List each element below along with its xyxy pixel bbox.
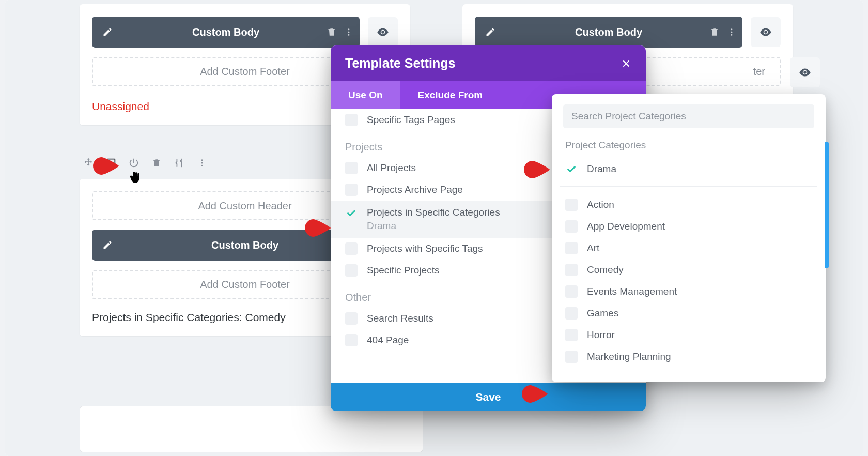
- more-icon[interactable]: [196, 157, 208, 169]
- checkbox-checked[interactable]: [345, 207, 358, 219]
- category-item[interactable]: Events Management: [563, 281, 814, 302]
- checkbox[interactable]: [345, 184, 358, 196]
- pencil-icon: [102, 240, 113, 250]
- flyout-heading: Project Categories: [565, 140, 812, 151]
- eye-icon: [376, 25, 390, 39]
- checkbox[interactable]: [345, 242, 358, 255]
- checkbox[interactable]: [565, 242, 578, 254]
- category-label: Comedy: [587, 264, 624, 276]
- add-footer-label-partial: ter: [753, 66, 765, 78]
- eye-icon: [759, 25, 772, 39]
- add-header-label: Add Custom Header: [198, 200, 291, 212]
- template-settings-icon[interactable]: [105, 157, 117, 169]
- tab-exclude-from[interactable]: Exclude From: [400, 81, 501, 109]
- category-label: Marketing Planning: [587, 351, 671, 362]
- category-label: Games: [587, 308, 618, 319]
- add-footer-label: Add Custom Footer: [200, 279, 289, 291]
- more-icon[interactable]: [344, 27, 353, 37]
- checkbox[interactable]: [565, 329, 578, 341]
- preview-button[interactable]: [368, 17, 398, 47]
- checkbox[interactable]: [565, 199, 578, 211]
- custom-body-bar[interactable]: Custom Body: [475, 17, 742, 48]
- checkbox[interactable]: [345, 162, 358, 174]
- option-label: Search Results: [367, 313, 433, 324]
- category-label: Events Management: [587, 286, 677, 297]
- pencil-icon: [485, 27, 495, 37]
- option-label: Specific Projects: [367, 265, 439, 276]
- category-item[interactable]: Action: [563, 194, 814, 216]
- category-label: Horror: [587, 329, 615, 341]
- checkbox[interactable]: [345, 334, 358, 346]
- option-label: Projects Archive Page: [367, 184, 463, 195]
- trash-icon[interactable]: [327, 27, 337, 37]
- sliders-icon[interactable]: [174, 157, 185, 169]
- checkbox[interactable]: [565, 307, 578, 320]
- option-label: All Projects: [367, 162, 416, 174]
- category-picker-flyout: Search Project Categories Project Catego…: [552, 94, 826, 382]
- preview-button[interactable]: [790, 57, 820, 87]
- category-label: Art: [587, 242, 599, 254]
- save-label: Save: [475, 391, 501, 403]
- divider: [560, 186, 817, 187]
- category-item[interactable]: App Development: [563, 216, 814, 237]
- category-label: Drama: [587, 163, 616, 175]
- scrollbar[interactable]: [825, 142, 829, 268]
- checkbox-checked[interactable]: [565, 163, 578, 175]
- more-icon[interactable]: [727, 27, 736, 37]
- search-input[interactable]: Search Project Categories: [563, 104, 814, 128]
- custom-body-bar[interactable]: Custom Body: [92, 17, 360, 48]
- preview-button[interactable]: [751, 17, 781, 47]
- trash-icon[interactable]: [151, 157, 162, 169]
- modal-title: Template Settings: [345, 56, 455, 71]
- save-button[interactable]: Save: [331, 383, 646, 411]
- pencil-icon: [102, 27, 113, 37]
- category-label: Action: [587, 199, 614, 210]
- category-item[interactable]: Comedy: [563, 259, 814, 281]
- option-label: 404 Page: [367, 335, 409, 346]
- body-bar-label: Custom Body: [475, 26, 742, 38]
- trash-icon[interactable]: [709, 27, 720, 37]
- category-item[interactable]: Marketing Planning: [563, 346, 814, 368]
- power-icon[interactable]: [128, 157, 140, 169]
- category-item[interactable]: Games: [563, 302, 814, 324]
- move-icon[interactable]: [83, 157, 94, 169]
- checkbox[interactable]: [565, 285, 578, 298]
- checkbox[interactable]: [565, 220, 578, 233]
- checkbox[interactable]: [345, 114, 358, 126]
- category-item[interactable]: Horror: [563, 324, 814, 346]
- checkbox[interactable]: [565, 264, 578, 276]
- empty-template-slot[interactable]: [80, 406, 423, 452]
- close-icon[interactable]: [621, 58, 631, 69]
- option-sublabel: Drama: [367, 220, 500, 232]
- tab-use-on[interactable]: Use On: [331, 81, 400, 109]
- option-label: Specific Tags Pages: [367, 114, 455, 126]
- checkbox[interactable]: [565, 351, 578, 363]
- checkbox[interactable]: [345, 264, 358, 277]
- search-placeholder: Search Project Categories: [571, 111, 686, 121]
- category-item[interactable]: Art: [563, 237, 814, 259]
- card-hover-toolbar: [83, 157, 208, 169]
- checkbox[interactable]: [345, 312, 358, 325]
- option-label: Projects with Specific Tags: [367, 243, 483, 254]
- modal-header: Template Settings: [331, 45, 646, 81]
- category-label: App Development: [587, 221, 665, 232]
- add-footer-label: Add Custom Footer: [200, 66, 289, 78]
- category-item-selected[interactable]: Drama: [563, 158, 814, 180]
- body-bar-label: Custom Body: [92, 26, 360, 38]
- eye-icon: [798, 66, 812, 79]
- option-label: Projects in Specific Categories: [367, 207, 500, 218]
